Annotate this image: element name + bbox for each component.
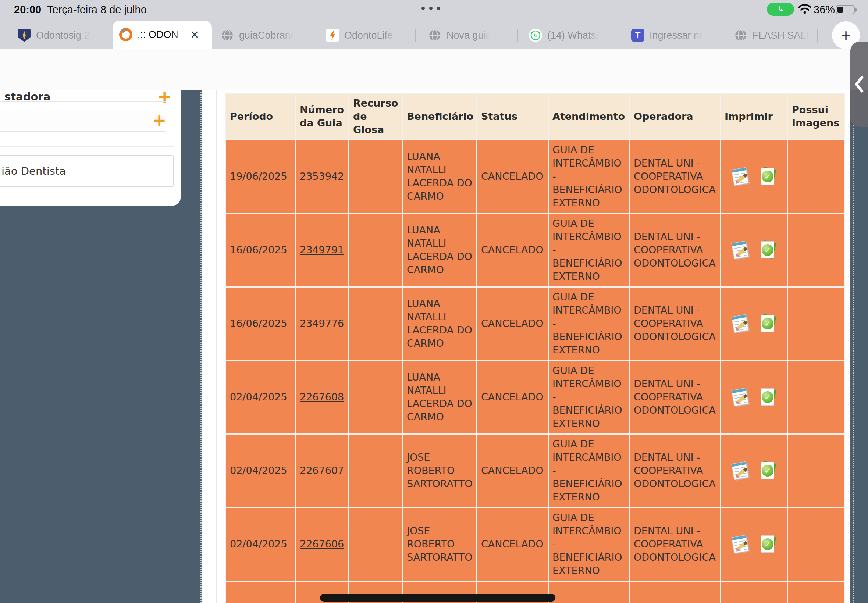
table-header-row: Período Número da Guia Recurso de Glosa … (226, 93, 845, 140)
tab-odon-active[interactable]: .:: ODON × (113, 20, 212, 48)
cell-numero: 2267607 (296, 434, 349, 507)
dentist-field[interactable]: ião Dentista (0, 155, 173, 187)
active-call-indicator[interactable] (767, 3, 794, 16)
cell-numero: 2267606 (296, 507, 349, 581)
cell-atendimento: GUIA DE INTERCÂMBIO - BENEFICIÁRIO EXTER… (548, 287, 630, 360)
chevron-left-icon (854, 76, 865, 93)
cell-periodo: 16/06/2025 (226, 287, 296, 360)
cell-status: CANCELADO (477, 140, 548, 213)
tab-odontolife[interactable]: OdontoLife - (326, 22, 408, 48)
cell-beneficiario: LUANA NATALLI LACERDA DO CARMO (403, 213, 477, 287)
cell-possui-imagens (788, 507, 845, 581)
guia-number-link[interactable]: 2267607 (300, 465, 344, 476)
cell-operadora: DENTAL UNI - COOPERATIVA ODONTOLOGICA (630, 213, 721, 287)
divider (0, 146, 173, 147)
form-section-label: stadora (5, 90, 50, 103)
guia-number-link[interactable]: 2349791 (300, 244, 344, 255)
cell-atendimento: GUIA DE INTERCÂMBIO - BENEFICIÁRIO EXTER… (548, 213, 630, 287)
cell-imprimir: ✓ (721, 507, 788, 581)
check-glyph: ✓ (762, 465, 774, 476)
slideover-handle[interactable] (850, 42, 868, 127)
close-tab-icon[interactable]: × (190, 28, 199, 42)
print-confirmed-icon[interactable]: ✓ (758, 313, 778, 334)
cell-operadora: DENTAL UNI - COOPERATIVA ODONTOLOGICA (630, 507, 721, 581)
print-guide-icon[interactable] (730, 240, 751, 261)
cell-periodo: 19/06/2025 (226, 140, 296, 213)
form-field-box[interactable] (0, 110, 166, 131)
col-possui-imagens: Possui Imagens (788, 93, 845, 140)
divider (0, 102, 166, 102)
tab-whatsapp[interactable]: (14) WhatsA (529, 22, 611, 48)
print-confirmed-icon[interactable]: ✓ (758, 533, 778, 555)
print-confirmed-icon[interactable]: ✓ (758, 460, 778, 481)
multitask-dots-icon (421, 7, 440, 10)
cell-imprimir: ✓ (721, 581, 788, 603)
cell-possui-imagens (788, 581, 845, 603)
cell-possui-imagens (788, 213, 845, 287)
stitch-border-right (853, 92, 854, 603)
cell-beneficiario: LUANA NATALLI LACERDA DO CARMO (403, 287, 477, 360)
print-confirmed-icon[interactable]: ✓ (758, 387, 778, 408)
panel-edge-line (216, 90, 217, 603)
add-button-2[interactable]: + (152, 112, 167, 129)
tab-teams[interactable]: T Ingressar na (631, 22, 713, 48)
cell-status: CANCELADO (477, 213, 548, 287)
print-guide-icon[interactable] (730, 460, 751, 481)
cell-possui-imagens (788, 287, 845, 360)
cell-status: CANCELADO (477, 287, 548, 360)
cell-recurso-glosa (349, 213, 403, 287)
cell-beneficiario: JOSE ROBERTO SARTORATTO (403, 434, 477, 507)
cell-status: CANCELADO (477, 507, 548, 581)
col-numero-guia: Número da Guia (296, 93, 349, 140)
cell-status: CANCELADO (477, 434, 548, 507)
cell-imprimir: ✓ (721, 140, 788, 213)
table-row: 16/06/2025 2349791 LUANA NATALLI LACERDA… (226, 213, 845, 287)
cell-possui-imagens (788, 360, 845, 434)
print-guide-icon[interactable] (730, 387, 751, 408)
guia-number-link[interactable]: 2267606 (300, 538, 344, 550)
print-guide-icon[interactable] (730, 313, 751, 334)
guides-table: Período Número da Guia Recurso de Glosa … (225, 93, 845, 603)
battery-icon (836, 5, 855, 14)
tab-flash-sale[interactable]: FLASH SALE (734, 22, 811, 48)
cell-beneficiario: LUANA NATALLI LACERDA DO CARMO (403, 140, 477, 213)
phone-icon (777, 5, 784, 13)
tab-guiacobranca[interactable]: guiaCobranc (221, 22, 306, 48)
cell-possui-imagens (788, 434, 845, 507)
cell-recurso-glosa (349, 507, 403, 581)
cell-atendimento: GUIA DE INTERCÂMBIO - BENEFICIÁRIO EXTER… (548, 434, 630, 507)
guia-number-link[interactable]: 2353942 (300, 171, 344, 182)
tab-odontosig[interactable]: Odontosig 2. (18, 22, 104, 48)
check-glyph: ✓ (762, 391, 774, 403)
print-confirmed-icon[interactable]: ✓ (758, 166, 778, 187)
cell-recurso-glosa (349, 360, 403, 434)
print-guide-icon[interactable] (730, 533, 751, 555)
col-recurso-glosa: Recurso de Glosa (349, 93, 403, 140)
tab-separator (517, 29, 518, 42)
guia-number-link[interactable]: 2349776 (300, 318, 344, 329)
cell-numero: 2353942 (296, 140, 349, 213)
browser-chrome: 20:00 Terça-feira 8 de julho 36% Odontos… (0, 0, 868, 48)
cell-atendimento: GUIA DE INTERCÂMBIO - BENEFICIÁRIO EXTER… (548, 140, 630, 213)
table-row: 19/06/2025 2353942 LUANA NATALLI LACERDA… (226, 140, 845, 213)
print-guide-icon[interactable] (730, 166, 751, 187)
check-glyph: ✓ (762, 171, 774, 182)
table-row: 02/04/2025 2267607 JOSE ROBERTO SARTORAT… (226, 434, 845, 507)
cell-operadora (630, 581, 721, 603)
guia-number-link[interactable]: 2267608 (300, 391, 344, 403)
cell-atendimento: GUIA DE INTERCÂMBIO - BENEFICIÁRIO EXTER… (548, 507, 630, 581)
add-button[interactable]: + (158, 90, 172, 105)
check-glyph: ✓ (762, 318, 774, 329)
wifi-icon (797, 3, 812, 15)
print-confirmed-icon[interactable]: ✓ (758, 240, 778, 261)
horizontal-scrollbar[interactable] (320, 594, 555, 601)
tab-nova-guia[interactable]: Nova guia (428, 22, 510, 48)
table-row: 16/06/2025 2349776 LUANA NATALLI LACERDA… (226, 287, 845, 360)
cell-numero: 2349791 (296, 213, 349, 287)
col-periodo: Período (226, 93, 296, 140)
cell-operadora: DENTAL UNI - COOPERATIVA ODONTOLOGICA (630, 360, 721, 434)
cell-periodo (226, 581, 296, 603)
tab-separator (619, 29, 619, 42)
cell-operadora: DENTAL UNI - COOPERATIVA ODONTOLOGICA (630, 140, 721, 213)
tab-separator (313, 29, 313, 42)
